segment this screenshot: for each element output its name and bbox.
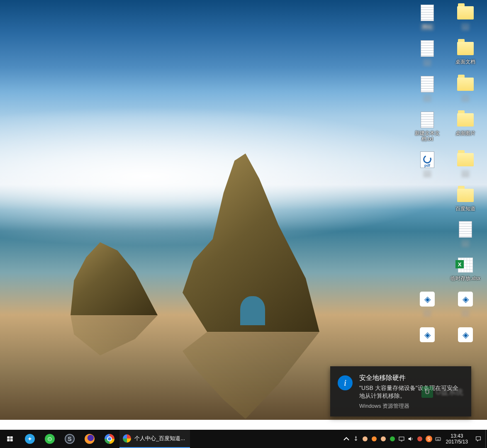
- wallpaper-reflection: [71, 315, 158, 361]
- text-file-icon: [421, 112, 434, 128]
- desktop-icon-label: …: [423, 95, 431, 102]
- tray-app-icon: S: [426, 436, 432, 442]
- task-title: 个人中心_百度知道...: [134, 435, 185, 442]
- desktop-icon[interactable]: 临时存放.xlsx: [450, 256, 480, 281]
- desktop-icon[interactable]: 桌面图片: [450, 111, 480, 142]
- desktop-icon[interactable]: 新建文本文档.txt: [412, 111, 442, 142]
- desktop-icon[interactable]: ◈…: [412, 290, 442, 317]
- svg-rect-2: [7, 439, 10, 441]
- start-button[interactable]: [0, 430, 20, 448]
- desktop-icon[interactable]: 网站: [412, 4, 442, 31]
- desktop-icon-label: 新建文本文档.txt: [412, 130, 442, 142]
- tray-green-icon[interactable]: [388, 430, 397, 448]
- tray-app-icon: [390, 436, 395, 441]
- desktop-icon[interactable]: …: [412, 40, 442, 66]
- volume-icon: [407, 436, 414, 442]
- folder-icon: [457, 78, 474, 91]
- desktop-icon[interactable]: …: [450, 221, 480, 247]
- tray-app-icon: [363, 436, 368, 441]
- action-center-button[interactable]: [471, 430, 485, 448]
- app-shortcut-icon: ◈: [420, 327, 435, 342]
- desktop-icon-label: 桌面图片: [455, 130, 475, 136]
- desktop-icon[interactable]: …: [450, 4, 480, 31]
- tray-usb-icon[interactable]: [351, 430, 360, 448]
- app-sogou[interactable]: S: [60, 430, 80, 448]
- windows-logo-icon: [7, 436, 13, 442]
- desktop-icon[interactable]: …: [412, 75, 442, 102]
- tray-overflow-button[interactable]: [341, 430, 351, 448]
- desktop-icon[interactable]: ◈: [450, 326, 480, 345]
- desktop-icon-label: …: [461, 309, 470, 317]
- app-shortcut-icon: ◈: [458, 292, 473, 307]
- app-firefox[interactable]: [80, 430, 100, 448]
- svg-rect-5: [436, 438, 441, 441]
- excel-file-icon: [458, 258, 473, 273]
- desktop-icon[interactable]: ◈…: [450, 290, 480, 317]
- tray-monitor-icon[interactable]: [397, 430, 406, 448]
- desktop-icon-label: 桌面文档: [455, 59, 475, 65]
- desktop-icon[interactable]: 百度知道: [450, 187, 480, 212]
- app-chrome[interactable]: [100, 430, 119, 448]
- tray-bear2-icon[interactable]: [379, 430, 388, 448]
- notification-icon: [475, 436, 482, 442]
- app-icon: ✦: [25, 434, 35, 444]
- text-file-icon: [459, 221, 472, 238]
- show-desktop-button[interactable]: [485, 430, 487, 448]
- desktop-icon-label: 网站: [421, 23, 434, 31]
- text-file-icon: [421, 5, 434, 21]
- desktop-icon[interactable]: pdf…: [412, 151, 442, 178]
- desktop-icons-area: 网站……桌面文档……新建文本文档.txt桌面图片pdf……百度知道…临时存放.x…: [408, 2, 485, 353]
- desktop-icon-label: 百度知道: [455, 206, 475, 212]
- tray-sogou-icon[interactable]: S: [424, 430, 433, 448]
- firefox-icon: [85, 434, 95, 444]
- app-icon: ⊙: [45, 434, 55, 444]
- app-shortcut-icon: ◈: [458, 327, 473, 342]
- desktop-icon-label: …: [423, 59, 431, 66]
- site-watermark: UU盘系统: [421, 385, 484, 399]
- pdf-file-icon: pdf: [420, 151, 434, 168]
- chrome-icon: [123, 434, 131, 443]
- desktop-icon[interactable]: ◈: [412, 326, 442, 345]
- info-icon: i: [338, 375, 353, 390]
- desktop-icon-label: …: [423, 309, 431, 317]
- desktop-icon-label: …: [461, 23, 470, 31]
- wallpaper-rock-small: [71, 232, 158, 315]
- browser-icon: S: [65, 434, 75, 444]
- tray-orange-icon[interactable]: [370, 430, 379, 448]
- app-yunfan[interactable]: ✦: [20, 430, 40, 448]
- desktop-icon[interactable]: …: [450, 151, 480, 178]
- taskbar-task-chrome[interactable]: 个人中心_百度知道...: [119, 430, 190, 448]
- desktop-icon-label: …: [461, 95, 470, 102]
- app-shortcut-icon: ◈: [420, 292, 435, 307]
- desktop-icon-label: …: [461, 170, 470, 178]
- tray-bear1-icon[interactable]: [360, 430, 370, 448]
- wallpaper-reflection: [183, 332, 319, 419]
- tray-volume-icon[interactable]: [406, 430, 415, 448]
- svg-rect-0: [7, 436, 10, 438]
- tray-app-icon: [417, 436, 422, 441]
- text-file-icon: [421, 40, 434, 57]
- tray-keyboard-icon[interactable]: [433, 430, 443, 448]
- desktop-icon-label: 临时存放.xlsx: [450, 275, 480, 281]
- monitor-icon: [398, 436, 405, 442]
- folder-icon: [457, 153, 474, 166]
- clock-date: 2017/5/13: [446, 439, 468, 445]
- svg-rect-4: [399, 437, 404, 440]
- folder-icon: [457, 6, 474, 19]
- text-file-icon: [421, 76, 434, 93]
- desktop[interactable]: 网站……桌面文档……新建文本文档.txt桌面图片pdf……百度知道…临时存放.x…: [0, 0, 487, 420]
- toast-title: 安全地移除硬件: [359, 374, 463, 382]
- folder-icon: [457, 189, 474, 202]
- keyboard-icon: [435, 436, 441, 442]
- taskbar: ✦⊙S 个人中心_百度知道... S 13:43 2017/5/13: [0, 430, 487, 448]
- desktop-icon[interactable]: 桌面文档: [450, 40, 480, 66]
- desktop-icon[interactable]: …: [450, 75, 480, 102]
- chevron-up-icon: [341, 434, 351, 444]
- tray-app-icon: [372, 436, 377, 441]
- app-360[interactable]: ⊙: [40, 430, 60, 448]
- tray-app-icon: [381, 436, 386, 441]
- tray-close-icon[interactable]: [415, 430, 424, 448]
- chrome-icon: [105, 434, 114, 444]
- taskbar-clock[interactable]: 13:43 2017/5/13: [443, 433, 471, 445]
- svg-rect-1: [10, 436, 13, 438]
